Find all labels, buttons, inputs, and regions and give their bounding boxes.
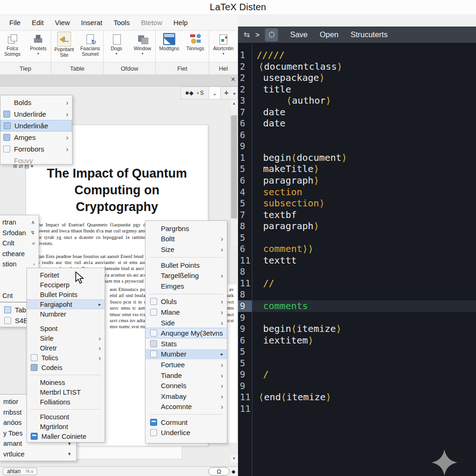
menu-item-spont[interactable]: Spont <box>27 324 105 333</box>
menu-item-size[interactable]: Size› <box>145 244 227 255</box>
menu-item-boltt[interactable]: Boltt› <box>145 234 227 245</box>
menu-item-forrobors[interactable]: Forrobors› <box>0 143 72 155</box>
code-line[interactable]: 9begin⟨itemize⟩ <box>238 323 476 335</box>
editor-button-open[interactable]: Open <box>320 30 338 39</box>
menu-item-stats[interactable]: Stats <box>145 338 227 349</box>
code-line[interactable]: 2title <box>238 84 476 95</box>
menu-item-mlane[interactable]: Mlane› <box>145 307 227 317</box>
menu-help[interactable]: Help <box>173 19 188 26</box>
scroll-down-icon[interactable]: ▼ <box>230 455 238 463</box>
code-line[interactable]: 6paragraph⟩ <box>238 175 476 186</box>
vertical-scrollbar[interactable]: ▲ ▼ <box>230 86 238 467</box>
code-line[interactable]: 8paragraph⟩ <box>238 220 476 232</box>
code-line[interactable]: 9 <box>238 312 476 324</box>
code-line[interactable]: 5 <box>238 357 476 369</box>
code-line[interactable]: 6date <box>238 118 476 129</box>
menu-inserat[interactable]: Inserat <box>81 19 102 26</box>
chevron-right-icon[interactable]: > <box>255 31 259 39</box>
code-line[interactable]: 1begin⟨document⟩ <box>238 152 476 164</box>
quick-tool-icons[interactable]: ■◆ ∘S <box>181 87 209 99</box>
more-icon[interactable]: ▸ <box>232 87 238 99</box>
plus-icon[interactable]: + <box>221 87 232 99</box>
code-line[interactable]: 6iextitem⟩ <box>238 335 476 346</box>
menu-item-underlice[interactable]: Underlice <box>145 428 227 438</box>
omega-button[interactable]: Ω <box>208 467 230 476</box>
code-line[interactable]: 8 <box>238 289 476 300</box>
menu-item-flocusont[interactable]: Flocusont <box>27 412 105 422</box>
menu-item-moiness[interactable]: Moiness <box>27 377 105 387</box>
code-editor[interactable]: 1/////2⟨documentclass⟩2usepackage⟩2title… <box>238 43 476 476</box>
code-line[interactable]: 3⟨author⟩ <box>238 95 476 106</box>
menu-view[interactable]: View <box>55 19 70 26</box>
code-line[interactable]: 6 <box>238 129 476 141</box>
menu-item-tiande[interactable]: Tiande› <box>145 370 227 381</box>
menu-item-olretr[interactable]: Olretr› <box>27 343 105 353</box>
menu-item-pargrbns[interactable]: Pargrbns <box>145 223 227 234</box>
swap-arrows-icon[interactable]: ⇆ <box>244 30 250 39</box>
menu-item-rtran[interactable]: rtran∧ <box>0 217 39 228</box>
code-line[interactable]: 4section <box>238 186 476 198</box>
menu-btetow[interactable]: Btetow <box>141 19 162 26</box>
code-line[interactable]: 6comment⟩⟩ <box>238 243 476 255</box>
code-line[interactable]: 7textbf <box>238 209 476 221</box>
menu-item-anqunge-my-3etvns[interactable]: Anqunge My(3etvns) <box>145 328 227 338</box>
code-line[interactable]: 5subsection⟩ <box>238 198 476 209</box>
code-line[interactable]: 8 <box>238 266 476 278</box>
menu-item-cormunt[interactable]: Cormunt <box>145 417 227 428</box>
menu-item-xmabay[interactable]: Xmabay› <box>145 391 227 402</box>
code-line[interactable]: 2usepackage⟩ <box>238 72 476 84</box>
menu-item-cnlt[interactable]: Cnlt» <box>0 238 39 249</box>
menu-file[interactable]: File <box>9 19 20 26</box>
code-line[interactable]: 9comments <box>238 300 476 312</box>
menu-item-oluls[interactable]: Oluls› <box>145 297 227 307</box>
code-line[interactable]: 5 <box>238 346 476 357</box>
menu-item-ctheare[interactable]: ctheare <box>0 249 39 259</box>
code-line[interactable]: 5 <box>238 232 476 244</box>
menu-item-maller-coiniete[interactable]: Maller Coiniete <box>27 431 105 441</box>
menu-item-sirle[interactable]: Sirle› <box>27 333 105 343</box>
code-line[interactable]: 2⟨documentclass⟩ <box>238 61 476 73</box>
menu-item-foritet[interactable]: Foritet <box>27 270 105 280</box>
menu-item-bullet-points[interactable]: Bullet Points <box>27 290 105 299</box>
menu-item-side[interactable]: Side› <box>145 317 227 328</box>
scrollbar-thumb[interactable] <box>231 115 237 218</box>
code-line[interactable]: 1///// <box>238 49 476 61</box>
editor-button-strucuterts[interactable]: Strucuterts <box>350 30 388 39</box>
ribbon-button-modttgns[interactable]: Modttgns <box>157 32 182 52</box>
ribbon-button-window[interactable]: Window▾ <box>130 32 155 56</box>
menu-item-bullet-points[interactable]: Bullet Points <box>145 260 227 271</box>
menu-item-amges[interactable]: Amges› <box>0 132 72 143</box>
menu-item-folliations[interactable]: Folliations <box>27 397 105 407</box>
code-line[interactable]: 9 <box>238 380 476 392</box>
menu-item-fargiapoht[interactable]: Fargiapoht▸ <box>27 299 105 309</box>
code-line[interactable]: 11 <box>238 403 476 415</box>
code-line[interactable]: 9/ <box>238 369 476 380</box>
ribbon-button-faacians-soumet[interactable]: Faacians Soumet <box>78 32 103 57</box>
close-icon[interactable]: × <box>231 75 235 84</box>
code-line[interactable]: 11⟨end⟨itemize⟩ <box>238 391 476 403</box>
menu-item-numbrer[interactable]: Numbrer <box>27 309 105 319</box>
menu-item-codeis[interactable]: Codeis <box>27 363 105 372</box>
code-line[interactable]: 5makeTitle⟩ <box>238 163 476 175</box>
chevron-down-icon[interactable]: ⌄ <box>209 87 221 99</box>
menu-item-fortuee[interactable]: Fortuee› <box>145 359 227 370</box>
menu-item-underlin-e[interactable]: Underlinåe <box>0 120 72 132</box>
menu-item-mumber[interactable]: Mumber▸ <box>145 349 227 360</box>
ribbon-button-folcs-soimgs[interactable]: Folcs Soimgs <box>0 32 25 57</box>
ribbon-button-popritant-site[interactable]: Popritant Site <box>52 32 77 58</box>
code-line[interactable]: 11texttt <box>238 255 476 266</box>
code-line[interactable]: 11// <box>238 278 476 289</box>
scroll-up-icon[interactable]: ▲ <box>230 99 238 107</box>
menu-item-fecciperp[interactable]: Fecciperp <box>27 280 105 290</box>
menu-item-vrtluice[interactable]: vrtluice▾ <box>0 449 76 460</box>
code-line[interactable]: 9 <box>238 140 476 152</box>
spinner-icon[interactable] <box>265 28 278 41</box>
editor-button-save[interactable]: Save <box>290 30 308 39</box>
menu-item-accomnte[interactable]: Accomnte› <box>145 402 227 412</box>
ribbon-button-pnotets[interactable]: Pnotets▾ <box>26 32 51 56</box>
menu-item-connels[interactable]: Connels› <box>145 380 227 391</box>
tiny-toolbar-icons[interactable]: ⊞ ⇄ ▤ ▾ <box>13 162 46 170</box>
menu-item-srfodan[interactable]: Srfodan↯ <box>0 228 39 238</box>
code-line[interactable]: 7date <box>238 106 476 118</box>
ribbon-button-tiinnvgs[interactable]: Tiinnvgs <box>183 32 208 52</box>
